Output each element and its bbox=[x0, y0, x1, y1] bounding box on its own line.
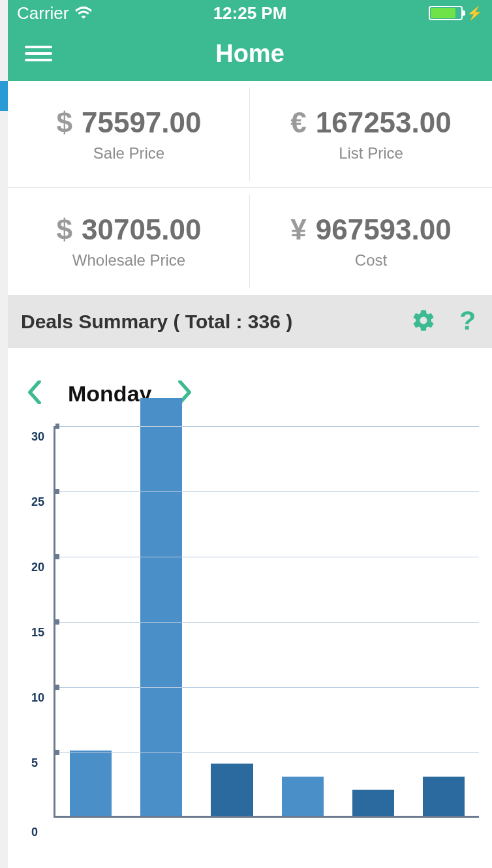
bar[interactable] bbox=[352, 790, 394, 816]
metric-value-row: € 167253.00 bbox=[290, 106, 451, 139]
currency-symbol: ¥ bbox=[290, 213, 306, 246]
background-sliver-accent bbox=[0, 81, 8, 111]
plot-area bbox=[54, 426, 479, 818]
content: Carrier 12:25 PM ⚡ Home $ 7559 bbox=[8, 0, 492, 868]
metric-value-row: $ 75597.00 bbox=[56, 106, 201, 139]
currency-symbol: $ bbox=[56, 213, 72, 246]
background-sliver bbox=[0, 0, 8, 868]
bar[interactable] bbox=[211, 764, 253, 816]
metric-label: Cost bbox=[355, 251, 387, 270]
deals-actions: ? bbox=[411, 308, 479, 335]
bar-chart[interactable]: 051015202530 bbox=[27, 426, 479, 818]
wifi-icon bbox=[75, 3, 92, 23]
gridline bbox=[55, 426, 479, 427]
y-tick-mark bbox=[55, 619, 59, 625]
page-title: Home bbox=[215, 40, 284, 68]
gear-icon[interactable] bbox=[411, 308, 436, 335]
metric-value: 75597.00 bbox=[82, 106, 202, 139]
bar[interactable] bbox=[70, 751, 112, 816]
status-time: 12:25 PM bbox=[213, 3, 287, 23]
gridline bbox=[55, 557, 479, 557]
metric-label: Wholesale Price bbox=[72, 251, 185, 270]
y-tick: 5 bbox=[31, 756, 38, 770]
y-tick-mark bbox=[55, 489, 59, 494]
metric-wholesale-price[interactable]: $ 30705.00 Wholesale Price bbox=[8, 188, 250, 295]
gridline bbox=[55, 622, 479, 623]
help-icon[interactable]: ? bbox=[454, 308, 479, 335]
status-right: ⚡ bbox=[429, 5, 483, 21]
bar[interactable] bbox=[140, 398, 182, 816]
nav-bar: Home bbox=[8, 26, 492, 81]
battery-icon bbox=[429, 6, 463, 20]
y-tick: 15 bbox=[31, 626, 44, 640]
day-selector: Monday bbox=[8, 348, 492, 426]
bars bbox=[55, 426, 479, 816]
metric-value-row: $ 30705.00 bbox=[56, 213, 201, 246]
deals-summary-bar: Deals Summary ( Total : 336 ) ? bbox=[8, 296, 492, 348]
y-tick-mark bbox=[55, 424, 59, 429]
charging-icon: ⚡ bbox=[467, 5, 483, 21]
y-tick: 30 bbox=[31, 430, 44, 444]
currency-symbol: $ bbox=[56, 106, 72, 139]
chart-container: 051015202530 bbox=[8, 426, 492, 831]
bar[interactable] bbox=[423, 777, 465, 816]
metric-label: List Price bbox=[339, 144, 403, 163]
currency-symbol: € bbox=[290, 106, 306, 139]
status-bar: Carrier 12:25 PM ⚡ bbox=[8, 0, 492, 26]
menu-icon[interactable] bbox=[25, 42, 52, 65]
gridline bbox=[55, 752, 479, 753]
app-root: Carrier 12:25 PM ⚡ Home $ 7559 bbox=[0, 0, 492, 868]
metrics-grid: $ 75597.00 Sale Price € 167253.00 List P… bbox=[8, 81, 492, 296]
metric-value: 967593.00 bbox=[316, 213, 452, 246]
chevron-left-icon[interactable] bbox=[27, 380, 42, 407]
day-label: Monday bbox=[68, 381, 151, 407]
metric-label: Sale Price bbox=[93, 144, 164, 163]
bar[interactable] bbox=[282, 777, 324, 816]
deals-summary-title: Deals Summary ( Total : 336 ) bbox=[21, 311, 292, 333]
y-tick-mark bbox=[55, 685, 59, 690]
y-tick-mark bbox=[55, 750, 59, 755]
metric-sale-price[interactable]: $ 75597.00 Sale Price bbox=[8, 81, 250, 188]
y-tick: 25 bbox=[31, 495, 44, 509]
metric-value-row: ¥ 967593.00 bbox=[290, 213, 451, 246]
metric-value: 167253.00 bbox=[316, 106, 452, 139]
gridline bbox=[55, 687, 479, 688]
y-tick: 20 bbox=[31, 561, 44, 574]
y-axis: 051015202530 bbox=[27, 426, 54, 818]
status-left: Carrier bbox=[17, 3, 92, 23]
metric-list-price[interactable]: € 167253.00 List Price bbox=[250, 81, 492, 188]
y-tick-mark bbox=[55, 554, 59, 559]
carrier-label: Carrier bbox=[17, 3, 69, 23]
y-tick: 10 bbox=[31, 691, 44, 705]
y-tick: 0 bbox=[31, 826, 38, 839]
battery-fill bbox=[431, 8, 455, 18]
svg-text:?: ? bbox=[459, 308, 476, 333]
metric-value: 30705.00 bbox=[82, 213, 202, 246]
gridline bbox=[55, 491, 479, 492]
metric-cost[interactable]: ¥ 967593.00 Cost bbox=[250, 188, 492, 295]
